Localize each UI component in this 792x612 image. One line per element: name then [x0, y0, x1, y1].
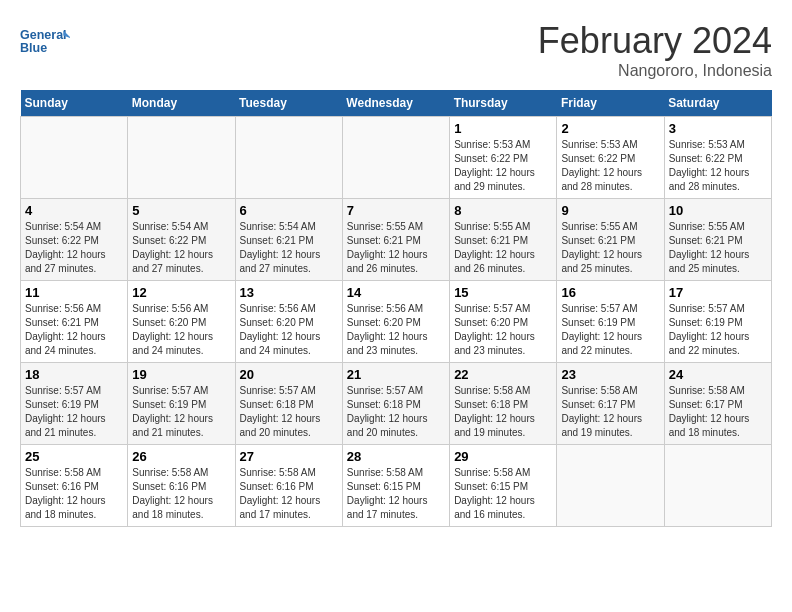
- day-number: 16: [561, 285, 659, 300]
- day-number: 21: [347, 367, 445, 382]
- day-info: Sunrise: 5:58 AM Sunset: 6:16 PM Dayligh…: [240, 466, 338, 522]
- svg-text:Blue: Blue: [20, 41, 47, 55]
- week-row-3: 11Sunrise: 5:56 AM Sunset: 6:21 PM Dayli…: [21, 281, 772, 363]
- day-number: 26: [132, 449, 230, 464]
- day-info: Sunrise: 5:57 AM Sunset: 6:19 PM Dayligh…: [132, 384, 230, 440]
- day-number: 25: [25, 449, 123, 464]
- day-info: Sunrise: 5:54 AM Sunset: 6:22 PM Dayligh…: [132, 220, 230, 276]
- day-info: Sunrise: 5:58 AM Sunset: 6:16 PM Dayligh…: [132, 466, 230, 522]
- day-number: 9: [561, 203, 659, 218]
- day-number: 12: [132, 285, 230, 300]
- calendar-cell: 11Sunrise: 5:56 AM Sunset: 6:21 PM Dayli…: [21, 281, 128, 363]
- day-number: 19: [132, 367, 230, 382]
- weekday-header-saturday: Saturday: [664, 90, 771, 117]
- day-info: Sunrise: 5:56 AM Sunset: 6:21 PM Dayligh…: [25, 302, 123, 358]
- calendar-cell: 29Sunrise: 5:58 AM Sunset: 6:15 PM Dayli…: [450, 445, 557, 527]
- day-number: 6: [240, 203, 338, 218]
- day-info: Sunrise: 5:57 AM Sunset: 6:20 PM Dayligh…: [454, 302, 552, 358]
- day-number: 3: [669, 121, 767, 136]
- calendar-cell: 19Sunrise: 5:57 AM Sunset: 6:19 PM Dayli…: [128, 363, 235, 445]
- calendar-cell: 3Sunrise: 5:53 AM Sunset: 6:22 PM Daylig…: [664, 117, 771, 199]
- day-number: 15: [454, 285, 552, 300]
- day-info: Sunrise: 5:54 AM Sunset: 6:22 PM Dayligh…: [25, 220, 123, 276]
- day-number: 5: [132, 203, 230, 218]
- calendar-cell: 27Sunrise: 5:58 AM Sunset: 6:16 PM Dayli…: [235, 445, 342, 527]
- calendar-cell: 17Sunrise: 5:57 AM Sunset: 6:19 PM Dayli…: [664, 281, 771, 363]
- day-info: Sunrise: 5:57 AM Sunset: 6:19 PM Dayligh…: [669, 302, 767, 358]
- calendar-cell: 16Sunrise: 5:57 AM Sunset: 6:19 PM Dayli…: [557, 281, 664, 363]
- calendar-cell: 5Sunrise: 5:54 AM Sunset: 6:22 PM Daylig…: [128, 199, 235, 281]
- day-info: Sunrise: 5:56 AM Sunset: 6:20 PM Dayligh…: [347, 302, 445, 358]
- day-info: Sunrise: 5:58 AM Sunset: 6:16 PM Dayligh…: [25, 466, 123, 522]
- calendar-cell: 9Sunrise: 5:55 AM Sunset: 6:21 PM Daylig…: [557, 199, 664, 281]
- day-info: Sunrise: 5:58 AM Sunset: 6:15 PM Dayligh…: [454, 466, 552, 522]
- weekday-header-monday: Monday: [128, 90, 235, 117]
- svg-text:General: General: [20, 28, 67, 42]
- day-number: 23: [561, 367, 659, 382]
- week-row-4: 18Sunrise: 5:57 AM Sunset: 6:19 PM Dayli…: [21, 363, 772, 445]
- calendar-cell: 22Sunrise: 5:58 AM Sunset: 6:18 PM Dayli…: [450, 363, 557, 445]
- calendar-cell: 14Sunrise: 5:56 AM Sunset: 6:20 PM Dayli…: [342, 281, 449, 363]
- calendar-cell: 24Sunrise: 5:58 AM Sunset: 6:17 PM Dayli…: [664, 363, 771, 445]
- day-info: Sunrise: 5:55 AM Sunset: 6:21 PM Dayligh…: [669, 220, 767, 276]
- day-info: Sunrise: 5:53 AM Sunset: 6:22 PM Dayligh…: [561, 138, 659, 194]
- weekday-header-friday: Friday: [557, 90, 664, 117]
- day-number: 22: [454, 367, 552, 382]
- week-row-5: 25Sunrise: 5:58 AM Sunset: 6:16 PM Dayli…: [21, 445, 772, 527]
- calendar-cell: 15Sunrise: 5:57 AM Sunset: 6:20 PM Dayli…: [450, 281, 557, 363]
- calendar-table: SundayMondayTuesdayWednesdayThursdayFrid…: [20, 90, 772, 527]
- calendar-cell: [557, 445, 664, 527]
- day-number: 13: [240, 285, 338, 300]
- day-info: Sunrise: 5:54 AM Sunset: 6:21 PM Dayligh…: [240, 220, 338, 276]
- day-number: 10: [669, 203, 767, 218]
- calendar-cell: 10Sunrise: 5:55 AM Sunset: 6:21 PM Dayli…: [664, 199, 771, 281]
- day-number: 24: [669, 367, 767, 382]
- calendar-cell: 28Sunrise: 5:58 AM Sunset: 6:15 PM Dayli…: [342, 445, 449, 527]
- page-header: General Blue February 2024 Nangororo, In…: [20, 20, 772, 80]
- day-info: Sunrise: 5:56 AM Sunset: 6:20 PM Dayligh…: [132, 302, 230, 358]
- calendar-cell: 13Sunrise: 5:56 AM Sunset: 6:20 PM Dayli…: [235, 281, 342, 363]
- calendar-cell: 23Sunrise: 5:58 AM Sunset: 6:17 PM Dayli…: [557, 363, 664, 445]
- day-number: 11: [25, 285, 123, 300]
- day-number: 18: [25, 367, 123, 382]
- day-number: 2: [561, 121, 659, 136]
- calendar-cell: 20Sunrise: 5:57 AM Sunset: 6:18 PM Dayli…: [235, 363, 342, 445]
- logo-icon: General Blue: [20, 20, 70, 65]
- logo: General Blue: [20, 20, 70, 65]
- weekday-header-thursday: Thursday: [450, 90, 557, 117]
- calendar-cell: 7Sunrise: 5:55 AM Sunset: 6:21 PM Daylig…: [342, 199, 449, 281]
- title-section: February 2024 Nangororo, Indonesia: [538, 20, 772, 80]
- day-info: Sunrise: 5:57 AM Sunset: 6:18 PM Dayligh…: [240, 384, 338, 440]
- day-number: 29: [454, 449, 552, 464]
- day-info: Sunrise: 5:55 AM Sunset: 6:21 PM Dayligh…: [454, 220, 552, 276]
- calendar-cell: [235, 117, 342, 199]
- day-info: Sunrise: 5:58 AM Sunset: 6:17 PM Dayligh…: [669, 384, 767, 440]
- day-number: 20: [240, 367, 338, 382]
- weekday-header-tuesday: Tuesday: [235, 90, 342, 117]
- day-info: Sunrise: 5:56 AM Sunset: 6:20 PM Dayligh…: [240, 302, 338, 358]
- day-info: Sunrise: 5:58 AM Sunset: 6:18 PM Dayligh…: [454, 384, 552, 440]
- calendar-cell: [128, 117, 235, 199]
- month-title: February 2024: [538, 20, 772, 62]
- calendar-cell: [664, 445, 771, 527]
- weekday-header-wednesday: Wednesday: [342, 90, 449, 117]
- day-info: Sunrise: 5:57 AM Sunset: 6:19 PM Dayligh…: [561, 302, 659, 358]
- calendar-cell: 1Sunrise: 5:53 AM Sunset: 6:22 PM Daylig…: [450, 117, 557, 199]
- weekday-header-row: SundayMondayTuesdayWednesdayThursdayFrid…: [21, 90, 772, 117]
- calendar-cell: [342, 117, 449, 199]
- calendar-cell: 4Sunrise: 5:54 AM Sunset: 6:22 PM Daylig…: [21, 199, 128, 281]
- day-number: 28: [347, 449, 445, 464]
- calendar-cell: 26Sunrise: 5:58 AM Sunset: 6:16 PM Dayli…: [128, 445, 235, 527]
- calendar-cell: 25Sunrise: 5:58 AM Sunset: 6:16 PM Dayli…: [21, 445, 128, 527]
- day-info: Sunrise: 5:55 AM Sunset: 6:21 PM Dayligh…: [347, 220, 445, 276]
- calendar-cell: 21Sunrise: 5:57 AM Sunset: 6:18 PM Dayli…: [342, 363, 449, 445]
- day-number: 27: [240, 449, 338, 464]
- calendar-cell: 18Sunrise: 5:57 AM Sunset: 6:19 PM Dayli…: [21, 363, 128, 445]
- calendar-cell: 12Sunrise: 5:56 AM Sunset: 6:20 PM Dayli…: [128, 281, 235, 363]
- day-info: Sunrise: 5:58 AM Sunset: 6:15 PM Dayligh…: [347, 466, 445, 522]
- day-info: Sunrise: 5:57 AM Sunset: 6:19 PM Dayligh…: [25, 384, 123, 440]
- day-info: Sunrise: 5:53 AM Sunset: 6:22 PM Dayligh…: [669, 138, 767, 194]
- week-row-1: 1Sunrise: 5:53 AM Sunset: 6:22 PM Daylig…: [21, 117, 772, 199]
- day-number: 14: [347, 285, 445, 300]
- day-number: 8: [454, 203, 552, 218]
